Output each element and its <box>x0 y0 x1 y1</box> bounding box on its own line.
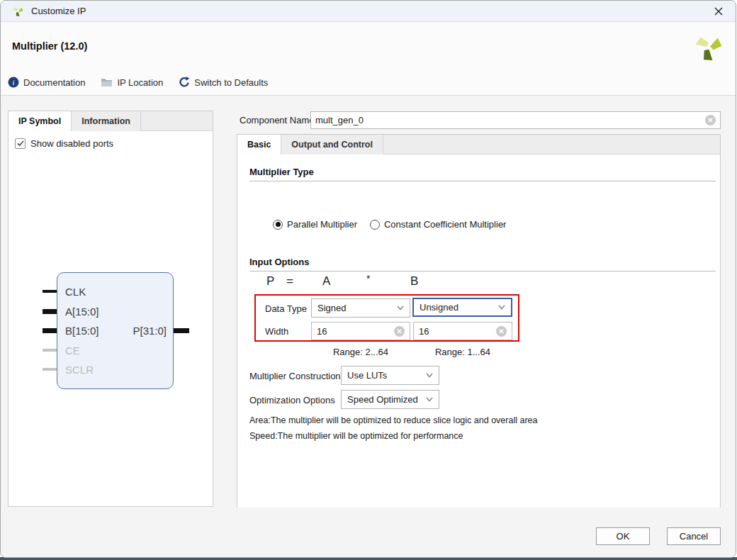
equation-a: A <box>322 274 330 289</box>
data-type-a-value: Signed <box>317 303 397 313</box>
port-label-a: A[15:0] <box>65 306 99 318</box>
port-label-clk: CLK <box>65 286 86 298</box>
width-a-value: 16 <box>317 326 394 337</box>
range-b-label: Range: 1...64 <box>413 347 512 357</box>
multiplier-type-options: Parallel Multiplier Constant Coefficient… <box>273 219 506 230</box>
tab-output-and-control[interactable]: Output and Control <box>281 135 383 155</box>
chevron-down-icon <box>498 305 505 310</box>
clear-icon[interactable]: ✕ <box>496 326 507 337</box>
section-rule <box>249 181 716 181</box>
constant-coefficient-radio[interactable]: Constant Coefficient Multiplier <box>370 219 506 230</box>
ip-symbol-panel: IP Symbol Information Show disabled port… <box>8 111 213 507</box>
component-name-value: mult_gen_0 <box>315 115 705 125</box>
switch-to-defaults-label: Switch to Defaults <box>194 77 268 88</box>
equation-eq: = <box>286 274 293 289</box>
xilinx-logo-icon <box>12 5 24 17</box>
screen: Customize IP Multiplier (12.0) <box>0 0 737 560</box>
component-name-input[interactable]: mult_gen_0 ✕ <box>310 111 721 129</box>
toolbar: i Documentation IP Location <box>8 77 268 88</box>
speed-note: Speed:The multiplier will be optimized f… <box>249 431 463 441</box>
range-a-label: Range: 2...64 <box>311 347 410 357</box>
main-tabstrip: Basic Output and Control <box>237 135 720 155</box>
ip-title: Multiplier (12.0) <box>12 40 87 52</box>
radio-selected-icon <box>273 220 283 230</box>
dialog-header: Multiplier (12.0) i Documentation <box>1 23 736 96</box>
data-type-b-value: Unsigned <box>420 302 498 313</box>
p-bus-pin <box>174 328 189 333</box>
window-title: Customize IP <box>31 6 86 16</box>
dialog-content: IP Symbol Information Show disabled port… <box>1 96 736 558</box>
port-label-p: P[31:0] <box>122 325 167 337</box>
info-icon: i <box>8 77 19 88</box>
optimization-options-dropdown[interactable]: Speed Optimized <box>341 390 439 409</box>
customize-ip-dialog: Customize IP Multiplier (12.0) <box>0 0 736 558</box>
multiplier-construction-dropdown[interactable]: Use LUTs <box>341 366 439 385</box>
parallel-multiplier-radio[interactable]: Parallel Multiplier <box>273 219 357 230</box>
constant-coefficient-label: Constant Coefficient Multiplier <box>384 219 506 230</box>
optimization-options-label: Optimization Options <box>249 395 335 405</box>
documentation-button[interactable]: i Documentation <box>8 77 85 88</box>
svg-text:i: i <box>12 78 14 86</box>
ok-button[interactable]: OK <box>596 527 650 545</box>
cancel-button[interactable]: Cancel <box>667 527 721 545</box>
component-name-label: Component Name <box>240 115 315 125</box>
clk-pin <box>43 290 57 293</box>
tab-basic[interactable]: Basic <box>237 135 281 155</box>
equation-b: B <box>410 274 418 289</box>
multiplier-type-title: Multiplier Type <box>249 167 314 177</box>
equation-p: P <box>266 274 274 289</box>
clear-icon[interactable]: ✕ <box>705 115 716 125</box>
b-bus-pin <box>43 328 57 333</box>
chevron-down-icon <box>426 373 433 378</box>
ce-pin <box>43 349 57 352</box>
clear-icon[interactable]: ✕ <box>394 326 405 337</box>
switch-to-defaults-button[interactable]: Switch to Defaults <box>179 77 268 88</box>
multiplier-construction-label: Multiplier Construction <box>249 371 341 381</box>
section-rule <box>249 271 716 271</box>
width-label: Width <box>265 326 288 337</box>
refresh-icon <box>179 77 190 88</box>
port-label-ce: CE <box>65 345 80 357</box>
data-type-a-dropdown[interactable]: Signed <box>311 298 410 318</box>
close-icon <box>714 7 723 16</box>
data-type-b-dropdown[interactable]: Unsigned <box>412 298 512 317</box>
basic-tab-body: Multiplier Type Parallel Multiplier Cons… <box>237 155 720 508</box>
radio-unselected-icon <box>370 220 380 230</box>
port-label-sclr: SCLR <box>65 364 94 376</box>
xilinx-brand-logo <box>693 31 724 62</box>
optimization-options-value: Speed Optimized <box>347 394 426 405</box>
area-note: Area:The multiplier will be optimized to… <box>249 415 537 425</box>
multiplier-construction-value: Use LUTs <box>347 370 426 381</box>
width-b-input[interactable]: 16 ✕ <box>413 322 512 340</box>
input-options-title: Input Options <box>249 257 309 267</box>
ip-location-button[interactable]: IP Location <box>101 77 163 88</box>
documentation-label: Documentation <box>23 77 85 88</box>
port-label-b: B[15:0] <box>65 325 99 337</box>
title-bar: Customize IP <box>1 1 736 22</box>
chevron-down-icon <box>397 306 404 310</box>
data-type-label: Data Type <box>265 303 307 314</box>
ip-symbol-diagram: CLK A[15:0] B[15:0] CE SCLR P[31:0] <box>9 111 214 508</box>
chevron-down-icon <box>426 397 433 402</box>
ip-location-label: IP Location <box>117 77 163 88</box>
width-a-input[interactable]: 16 ✕ <box>311 322 410 340</box>
parallel-multiplier-label: Parallel Multiplier <box>287 219 357 230</box>
folder-icon <box>101 77 113 87</box>
a-bus-pin <box>43 309 57 314</box>
sclr-pin <box>43 368 57 371</box>
close-button[interactable] <box>706 1 731 22</box>
equation-star: * <box>366 273 370 284</box>
width-b-value: 16 <box>419 326 496 337</box>
basic-panel: Basic Output and Control Multiplier Type… <box>237 134 721 508</box>
